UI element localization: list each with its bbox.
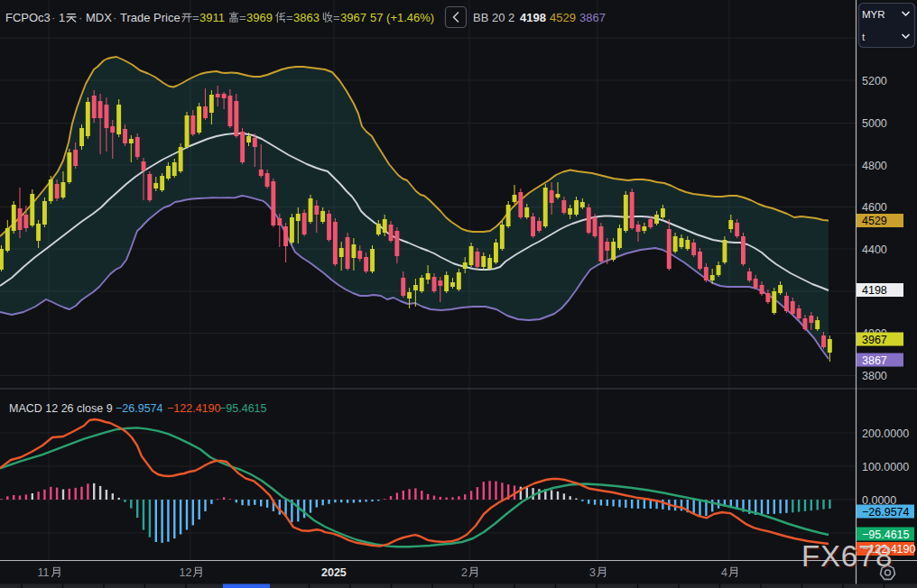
svg-text:MYR: MYR — [862, 9, 885, 20]
svg-text:MACD 12 26 close 9: MACD 12 26 close 9 — [9, 402, 113, 415]
svg-text:·: · — [51, 11, 55, 24]
svg-text:·: · — [113, 11, 116, 24]
svg-text:=: = — [239, 11, 246, 24]
svg-text:Trade Price: Trade Price — [120, 11, 181, 24]
svg-text:3800: 3800 — [862, 370, 887, 382]
svg-text:5200: 5200 — [862, 75, 887, 87]
svg-text:3867: 3867 — [579, 11, 606, 24]
svg-text:3969: 3969 — [246, 11, 273, 24]
svg-text:5000: 5000 — [862, 117, 887, 130]
svg-text:11: 11 — [38, 566, 50, 579]
svg-text:4198: 4198 — [520, 11, 546, 24]
svg-text:4400: 4400 — [862, 243, 887, 256]
svg-text:−26.9574: −26.9574 — [116, 402, 163, 415]
svg-text:−26.9574: −26.9574 — [862, 506, 910, 519]
svg-text:4198: 4198 — [862, 284, 887, 297]
svg-text:1: 1 — [59, 11, 65, 24]
svg-text:4600: 4600 — [862, 201, 887, 214]
svg-text:100.0000: 100.0000 — [862, 461, 909, 473]
svg-text:200.0000: 200.0000 — [862, 427, 909, 440]
svg-text:·: · — [79, 11, 82, 24]
svg-text:2025: 2025 — [321, 566, 347, 579]
svg-text:MDX: MDX — [86, 11, 112, 24]
svg-text:3967: 3967 — [340, 11, 366, 24]
svg-text:=: = — [192, 11, 199, 24]
svg-text:4800: 4800 — [862, 160, 887, 172]
svg-text:=: = — [286, 11, 293, 24]
svg-text:4529: 4529 — [862, 215, 887, 227]
svg-text:57 (+1.46%): 57 (+1.46%) — [370, 11, 434, 24]
svg-text:=: = — [333, 11, 340, 24]
svg-text:4: 4 — [721, 566, 727, 579]
svg-text:4529: 4529 — [550, 11, 576, 24]
svg-text:2: 2 — [461, 566, 468, 579]
svg-text:3911: 3911 — [199, 11, 225, 24]
svg-text:3: 3 — [589, 566, 596, 579]
svg-text:0.0000: 0.0000 — [862, 494, 896, 507]
svg-text:12: 12 — [180, 566, 192, 579]
svg-text:−122.4190: −122.4190 — [167, 402, 220, 415]
svg-text:BB 20 2: BB 20 2 — [473, 11, 514, 24]
svg-text:−95.4615: −95.4615 — [219, 402, 267, 415]
svg-text:FCPOc3: FCPOc3 — [5, 11, 51, 24]
svg-text:3967: 3967 — [862, 334, 887, 346]
svg-text:3863: 3863 — [293, 11, 320, 24]
svg-text:3867: 3867 — [862, 354, 887, 367]
svg-text:FX678: FX678 — [801, 539, 893, 573]
